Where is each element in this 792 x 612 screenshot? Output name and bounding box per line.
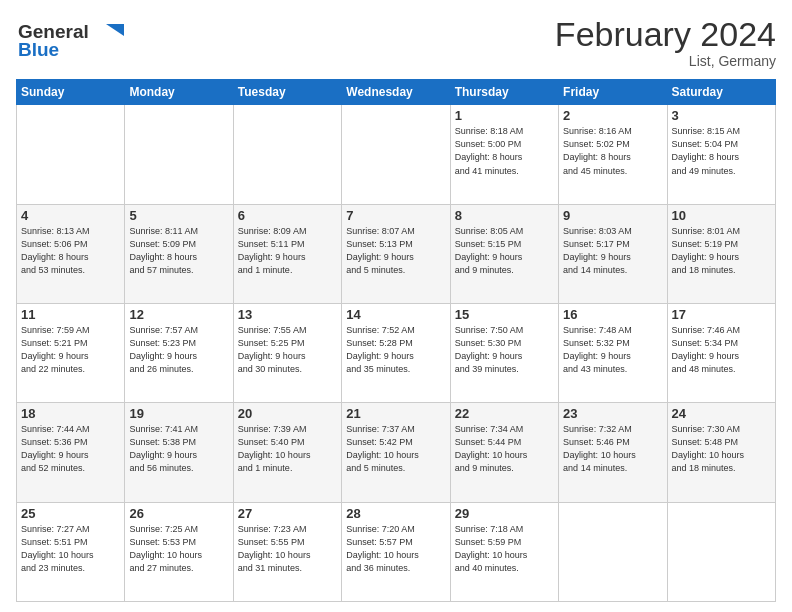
calendar-cell: 2Sunrise: 8:16 AM Sunset: 5:02 PM Daylig… [559,105,667,204]
calendar-week-2: 4Sunrise: 8:13 AM Sunset: 5:06 PM Daylig… [17,204,776,303]
day-detail: Sunrise: 8:16 AM Sunset: 5:02 PM Dayligh… [563,125,662,177]
month-title: February 2024 [555,16,776,53]
calendar-cell: 24Sunrise: 7:30 AM Sunset: 5:48 PM Dayli… [667,403,775,502]
calendar-cell: 9Sunrise: 8:03 AM Sunset: 5:17 PM Daylig… [559,204,667,303]
day-number: 24 [672,406,771,421]
calendar-cell [233,105,341,204]
day-detail: Sunrise: 7:23 AM Sunset: 5:55 PM Dayligh… [238,523,337,575]
col-header-sunday: Sunday [17,80,125,105]
calendar-cell: 28Sunrise: 7:20 AM Sunset: 5:57 PM Dayli… [342,502,450,601]
calendar-cell: 6Sunrise: 8:09 AM Sunset: 5:11 PM Daylig… [233,204,341,303]
calendar-cell: 8Sunrise: 8:05 AM Sunset: 5:15 PM Daylig… [450,204,558,303]
calendar-cell: 14Sunrise: 7:52 AM Sunset: 5:28 PM Dayli… [342,304,450,403]
calendar-cell: 11Sunrise: 7:59 AM Sunset: 5:21 PM Dayli… [17,304,125,403]
calendar-cell: 15Sunrise: 7:50 AM Sunset: 5:30 PM Dayli… [450,304,558,403]
day-detail: Sunrise: 8:01 AM Sunset: 5:19 PM Dayligh… [672,225,771,277]
col-header-thursday: Thursday [450,80,558,105]
day-number: 10 [672,208,771,223]
header: General Blue February 2024 List, Germany [16,16,776,69]
day-detail: Sunrise: 7:46 AM Sunset: 5:34 PM Dayligh… [672,324,771,376]
col-header-wednesday: Wednesday [342,80,450,105]
logo-text: General Blue [16,16,126,65]
day-detail: Sunrise: 7:32 AM Sunset: 5:46 PM Dayligh… [563,423,662,475]
calendar-cell: 12Sunrise: 7:57 AM Sunset: 5:23 PM Dayli… [125,304,233,403]
day-number: 22 [455,406,554,421]
calendar-cell: 13Sunrise: 7:55 AM Sunset: 5:25 PM Dayli… [233,304,341,403]
day-detail: Sunrise: 8:11 AM Sunset: 5:09 PM Dayligh… [129,225,228,277]
day-detail: Sunrise: 7:18 AM Sunset: 5:59 PM Dayligh… [455,523,554,575]
day-detail: Sunrise: 7:44 AM Sunset: 5:36 PM Dayligh… [21,423,120,475]
calendar-cell: 21Sunrise: 7:37 AM Sunset: 5:42 PM Dayli… [342,403,450,502]
calendar-cell: 26Sunrise: 7:25 AM Sunset: 5:53 PM Dayli… [125,502,233,601]
day-detail: Sunrise: 8:13 AM Sunset: 5:06 PM Dayligh… [21,225,120,277]
day-detail: Sunrise: 7:20 AM Sunset: 5:57 PM Dayligh… [346,523,445,575]
day-number: 5 [129,208,228,223]
day-detail: Sunrise: 7:27 AM Sunset: 5:51 PM Dayligh… [21,523,120,575]
calendar-cell [559,502,667,601]
day-detail: Sunrise: 7:48 AM Sunset: 5:32 PM Dayligh… [563,324,662,376]
calendar-cell: 17Sunrise: 7:46 AM Sunset: 5:34 PM Dayli… [667,304,775,403]
day-detail: Sunrise: 7:34 AM Sunset: 5:44 PM Dayligh… [455,423,554,475]
logo: General Blue [16,16,126,65]
calendar-cell: 25Sunrise: 7:27 AM Sunset: 5:51 PM Dayli… [17,502,125,601]
calendar-cell: 7Sunrise: 8:07 AM Sunset: 5:13 PM Daylig… [342,204,450,303]
day-detail: Sunrise: 8:07 AM Sunset: 5:13 PM Dayligh… [346,225,445,277]
col-header-monday: Monday [125,80,233,105]
calendar-cell: 5Sunrise: 8:11 AM Sunset: 5:09 PM Daylig… [125,204,233,303]
calendar-cell: 23Sunrise: 7:32 AM Sunset: 5:46 PM Dayli… [559,403,667,502]
calendar-cell [17,105,125,204]
day-detail: Sunrise: 7:57 AM Sunset: 5:23 PM Dayligh… [129,324,228,376]
calendar-cell [667,502,775,601]
day-number: 26 [129,506,228,521]
day-detail: Sunrise: 8:15 AM Sunset: 5:04 PM Dayligh… [672,125,771,177]
calendar-cell: 27Sunrise: 7:23 AM Sunset: 5:55 PM Dayli… [233,502,341,601]
col-header-saturday: Saturday [667,80,775,105]
calendar-cell: 20Sunrise: 7:39 AM Sunset: 5:40 PM Dayli… [233,403,341,502]
calendar-cell: 18Sunrise: 7:44 AM Sunset: 5:36 PM Dayli… [17,403,125,502]
day-detail: Sunrise: 8:05 AM Sunset: 5:15 PM Dayligh… [455,225,554,277]
day-detail: Sunrise: 7:52 AM Sunset: 5:28 PM Dayligh… [346,324,445,376]
day-number: 27 [238,506,337,521]
calendar-cell: 29Sunrise: 7:18 AM Sunset: 5:59 PM Dayli… [450,502,558,601]
svg-text:Blue: Blue [18,39,59,60]
calendar-week-4: 18Sunrise: 7:44 AM Sunset: 5:36 PM Dayli… [17,403,776,502]
day-number: 13 [238,307,337,322]
calendar-cell: 19Sunrise: 7:41 AM Sunset: 5:38 PM Dayli… [125,403,233,502]
day-detail: Sunrise: 7:39 AM Sunset: 5:40 PM Dayligh… [238,423,337,475]
header-row: SundayMondayTuesdayWednesdayThursdayFrid… [17,80,776,105]
day-detail: Sunrise: 7:37 AM Sunset: 5:42 PM Dayligh… [346,423,445,475]
col-header-friday: Friday [559,80,667,105]
day-number: 20 [238,406,337,421]
location-title: List, Germany [555,53,776,69]
calendar-cell: 3Sunrise: 8:15 AM Sunset: 5:04 PM Daylig… [667,105,775,204]
day-detail: Sunrise: 8:03 AM Sunset: 5:17 PM Dayligh… [563,225,662,277]
day-number: 11 [21,307,120,322]
calendar-cell [342,105,450,204]
calendar-table: SundayMondayTuesdayWednesdayThursdayFrid… [16,79,776,602]
day-detail: Sunrise: 7:41 AM Sunset: 5:38 PM Dayligh… [129,423,228,475]
calendar-cell: 22Sunrise: 7:34 AM Sunset: 5:44 PM Dayli… [450,403,558,502]
day-detail: Sunrise: 8:18 AM Sunset: 5:00 PM Dayligh… [455,125,554,177]
day-detail: Sunrise: 7:30 AM Sunset: 5:48 PM Dayligh… [672,423,771,475]
day-number: 15 [455,307,554,322]
day-number: 9 [563,208,662,223]
calendar-cell [125,105,233,204]
day-number: 8 [455,208,554,223]
day-detail: Sunrise: 7:50 AM Sunset: 5:30 PM Dayligh… [455,324,554,376]
day-number: 12 [129,307,228,322]
day-detail: Sunrise: 8:09 AM Sunset: 5:11 PM Dayligh… [238,225,337,277]
day-number: 17 [672,307,771,322]
day-number: 3 [672,108,771,123]
day-number: 1 [455,108,554,123]
day-number: 18 [21,406,120,421]
page: General Blue February 2024 List, Germany… [0,0,792,612]
day-number: 14 [346,307,445,322]
col-header-tuesday: Tuesday [233,80,341,105]
day-detail: Sunrise: 7:25 AM Sunset: 5:53 PM Dayligh… [129,523,228,575]
day-number: 2 [563,108,662,123]
calendar-week-3: 11Sunrise: 7:59 AM Sunset: 5:21 PM Dayli… [17,304,776,403]
day-number: 21 [346,406,445,421]
title-block: February 2024 List, Germany [555,16,776,69]
day-number: 7 [346,208,445,223]
day-number: 28 [346,506,445,521]
